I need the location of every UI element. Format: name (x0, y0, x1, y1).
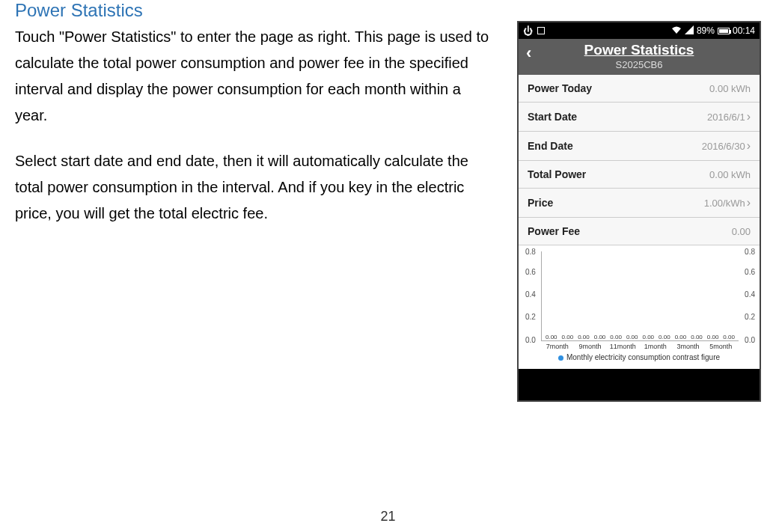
legend-dot-icon (558, 355, 563, 361)
row-value: 2016/6/1› (707, 110, 751, 123)
row-value: 0.00 kWh (709, 83, 751, 94)
row-label: Power Fee (528, 225, 580, 237)
ytick: 0.4 (745, 290, 755, 299)
row-total-power: Total Power 0.00 kWh (519, 161, 760, 189)
bar-value: 0.00 (640, 334, 656, 340)
intro-paragraph-1: Touch "Power Statistics" to enter the pa… (15, 24, 495, 129)
power-icon: ⏻ (523, 25, 533, 37)
bar-value: 0.00 (705, 334, 721, 340)
app-bar: ‹ Power Statistics S2025CB6 (519, 39, 760, 75)
settings-list: Power Today 0.00 kWh Start Date 2016/6/1… (519, 75, 760, 245)
ytick: 0.6 (525, 268, 536, 276)
ytick: 0.2 (525, 313, 536, 321)
back-button[interactable]: ‹ (526, 43, 531, 63)
xtick: 7month (541, 343, 574, 350)
xtick: 1month (639, 343, 672, 350)
device-id: S2025CB6 (519, 59, 760, 70)
x-axis: 7month 9month 11month 1month 3month 5mon… (541, 343, 737, 350)
wifi-icon (671, 25, 682, 37)
phone-screenshot: ⏻ 89% 00:14 ‹ Power Statistics (517, 21, 761, 402)
ytick: 0.6 (745, 268, 755, 276)
row-label: Price (528, 197, 553, 209)
page-number: 21 (380, 509, 395, 525)
chevron-right-icon: › (747, 110, 751, 123)
chevron-right-icon: › (747, 139, 751, 153)
bar-value: 0.00 (608, 334, 624, 340)
bar-value: 0.00 (688, 334, 705, 340)
row-value: 1.00/kWh› (704, 196, 751, 210)
chevron-right-icon: › (747, 196, 751, 210)
row-power-today: Power Today 0.00 kWh (519, 75, 760, 103)
intro-paragraph-2: Select start date and end date, then it … (15, 148, 495, 227)
signal-icon (685, 25, 694, 37)
chart-area: 0.0 0.2 0.4 0.6 0.8 0.0 0.2 0.4 0.6 0.8 … (519, 245, 760, 369)
page-title: Power Statistics (519, 42, 760, 58)
row-price[interactable]: Price 1.00/kWh› (519, 189, 760, 218)
bar-value: 0.00 (575, 334, 592, 340)
status-time: 00:14 (733, 25, 755, 36)
row-power-fee: Power Fee 0.00 (519, 218, 760, 245)
ytick: 0.0 (745, 336, 755, 344)
screenshot-icon (537, 27, 545, 34)
bar-value: 0.00 (721, 334, 737, 340)
row-value: 0.00 kWh (709, 169, 751, 180)
row-label: Power Today (528, 82, 592, 94)
chart-legend: Monthly electricity consumption contrast… (522, 353, 757, 366)
status-bar: ⏻ 89% 00:14 (519, 22, 760, 39)
xtick: 9month (574, 343, 607, 350)
ytick: 0.0 (525, 336, 536, 344)
row-value: 0.00 (732, 226, 751, 237)
bar-value: 0.00 (656, 334, 673, 340)
xtick: 5month (704, 343, 737, 350)
xtick: 11month (606, 343, 639, 350)
ytick: 0.8 (525, 248, 536, 256)
section-heading: Power Statistics (15, 0, 495, 21)
ytick: 0.4 (525, 290, 536, 299)
bar-value: 0.00 (624, 334, 641, 340)
bar-value: 0.00 (543, 334, 560, 340)
row-start-date[interactable]: Start Date 2016/6/1› (519, 103, 760, 132)
row-end-date[interactable]: End Date 2016/6/30› (519, 132, 760, 161)
ytick: 0.2 (745, 313, 755, 321)
battery-pct: 89% (697, 25, 715, 36)
row-label: End Date (528, 140, 573, 152)
bar-value: 0.00 (560, 334, 576, 340)
battery-icon (718, 28, 730, 34)
xtick: 3month (672, 343, 705, 350)
row-label: Start Date (528, 111, 577, 123)
row-label: Total Power (528, 168, 586, 180)
android-nav-bar (519, 369, 760, 400)
ytick: 0.8 (745, 248, 755, 256)
row-value: 2016/6/30› (702, 139, 751, 153)
bar-value: 0.00 (592, 334, 608, 340)
bar-value: 0.00 (673, 334, 689, 340)
chart-body: 0.0 0.2 0.4 0.6 0.8 0.0 0.2 0.4 0.6 0.8 … (541, 251, 739, 341)
